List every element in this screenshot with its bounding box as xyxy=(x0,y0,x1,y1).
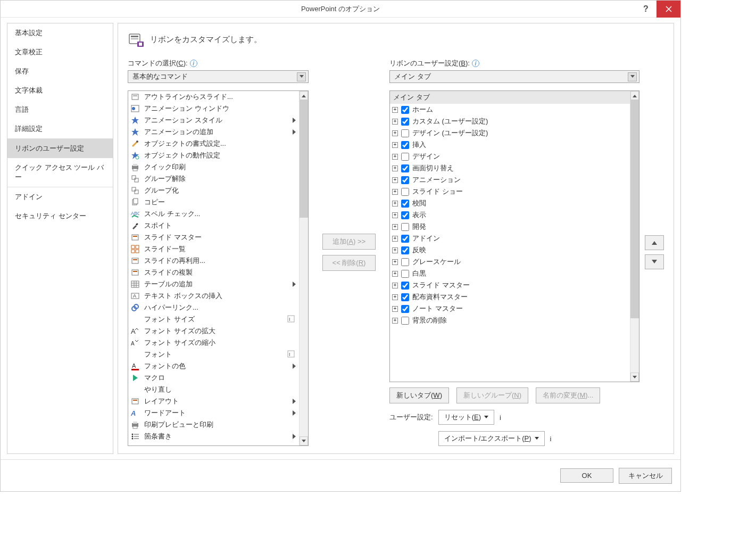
tab-tree-item[interactable]: +グレースケール xyxy=(390,256,630,268)
command-item[interactable]: スポイト xyxy=(128,220,299,232)
command-item[interactable]: テーブルの追加 xyxy=(128,278,299,290)
scroll-up-button[interactable] xyxy=(630,91,639,100)
expand-icon[interactable]: + xyxy=(392,107,398,113)
command-item[interactable]: レイアウト xyxy=(128,395,299,407)
tab-tree-item[interactable]: +背景の削除 xyxy=(390,315,630,326)
left-scrollbar[interactable] xyxy=(299,91,308,445)
command-item[interactable]: スライド一覧 xyxy=(128,243,299,255)
expand-icon[interactable]: + xyxy=(392,259,398,265)
command-item[interactable]: ABCスペル チェック... xyxy=(128,208,299,220)
tab-checkbox[interactable] xyxy=(401,106,409,114)
scroll-up-button[interactable] xyxy=(300,91,308,100)
close-button[interactable] xyxy=(657,1,680,18)
expand-icon[interactable]: + xyxy=(392,283,398,288)
tab-tree-item[interactable]: +配布資料マスター xyxy=(390,291,630,303)
tab-tree-item[interactable]: +カスタム (ユーザー設定) xyxy=(390,115,630,127)
sidebar-item-addins[interactable]: アドイン xyxy=(7,187,113,207)
command-item[interactable]: スライド マスター xyxy=(128,232,299,243)
tab-tree-item[interactable]: +アドイン xyxy=(390,233,630,244)
expand-icon[interactable]: + xyxy=(392,189,398,195)
tab-tree-item[interactable]: +開発 xyxy=(390,221,630,233)
tab-tree-item[interactable]: +挿入 xyxy=(390,139,630,151)
ok-button[interactable]: OK xyxy=(560,468,613,483)
add-button[interactable]: 追加(A) >> xyxy=(322,234,376,250)
sidebar-item-customize-ribbon[interactable]: リボンのユーザー設定 xyxy=(7,139,113,158)
tab-checkbox[interactable] xyxy=(401,164,409,172)
sidebar-item-trust-center[interactable]: セキュリティ センター xyxy=(7,207,113,226)
expand-icon[interactable]: + xyxy=(392,201,398,207)
expand-icon[interactable]: + xyxy=(392,247,398,253)
tab-tree-item[interactable]: +校閲 xyxy=(390,197,630,209)
tab-tree-item[interactable]: +アニメーション xyxy=(390,174,630,186)
tab-checkbox[interactable] xyxy=(401,211,409,219)
expand-icon[interactable]: + xyxy=(392,177,398,183)
new-tab-button[interactable]: 新しいタブ(W) xyxy=(389,387,449,403)
command-item[interactable]: オブジェクトの書式設定... xyxy=(128,138,299,150)
tab-tree-item[interactable]: +スライド マスター xyxy=(390,279,630,291)
tab-checkbox[interactable] xyxy=(401,200,409,208)
tab-checkbox[interactable] xyxy=(401,153,409,161)
tab-checkbox[interactable] xyxy=(401,317,409,325)
info-icon[interactable]: i xyxy=(500,414,501,422)
scroll-down-button[interactable] xyxy=(300,436,308,445)
tab-checkbox[interactable] xyxy=(401,270,409,278)
commands-listbox[interactable]: アウトラインからスライド...アニメーション ウィンドウアニメーション スタイル… xyxy=(128,90,309,446)
expand-icon[interactable]: + xyxy=(392,142,398,148)
sidebar-item-advanced[interactable]: 詳細設定 xyxy=(7,119,113,138)
rename-button[interactable]: 名前の変更(M)... xyxy=(536,387,600,403)
tab-tree-item[interactable]: +デザイン (ユーザー設定) xyxy=(390,127,630,139)
expand-icon[interactable]: + xyxy=(392,271,398,277)
command-item[interactable]: スライドの再利用... xyxy=(128,255,299,267)
move-up-button[interactable] xyxy=(645,235,664,250)
command-item[interactable]: Aフォント サイズの拡大 xyxy=(128,325,299,337)
customize-ribbon-combo[interactable]: メイン タブ xyxy=(389,70,639,83)
sidebar-item-proofing[interactable]: 文章校正 xyxy=(7,43,113,62)
command-item[interactable]: ハイパーリンク... xyxy=(128,302,299,313)
remove-button[interactable]: << 削除(R) xyxy=(322,255,376,271)
help-button[interactable]: ? xyxy=(635,1,657,18)
command-item[interactable]: クイック印刷 xyxy=(128,161,299,173)
tab-tree-item[interactable]: +反映 xyxy=(390,244,630,256)
tab-checkbox[interactable] xyxy=(401,235,409,243)
tab-checkbox[interactable] xyxy=(401,293,409,301)
sidebar-item-typography[interactable]: 文字体裁 xyxy=(7,81,113,100)
right-scrollbar[interactable] xyxy=(630,91,639,382)
tab-checkbox[interactable] xyxy=(401,176,409,184)
expand-icon[interactable]: + xyxy=(392,236,398,242)
expand-icon[interactable]: + xyxy=(392,318,398,324)
command-item[interactable]: コピー xyxy=(128,196,299,208)
reset-dropdown[interactable]: リセット(E) xyxy=(438,410,494,425)
ribbon-tree[interactable]: メイン タブ +ホーム+カスタム (ユーザー設定)+デザイン (ユーザー設定)+… xyxy=(389,90,639,382)
command-item[interactable]: やり直し xyxy=(128,384,299,395)
expand-icon[interactable]: + xyxy=(392,130,398,136)
command-item[interactable]: アニメーション ウィンドウ xyxy=(128,103,299,114)
tab-checkbox[interactable] xyxy=(401,129,409,137)
command-item[interactable]: グループ解除 xyxy=(128,173,299,185)
command-item[interactable]: グループ化 xyxy=(128,185,299,196)
tab-checkbox[interactable] xyxy=(401,141,409,149)
expand-icon[interactable]: + xyxy=(392,212,398,218)
tab-tree-item[interactable]: +デザイン xyxy=(390,151,630,162)
info-icon[interactable]: i xyxy=(190,60,197,67)
info-icon[interactable]: i xyxy=(550,435,552,443)
sidebar-item-save[interactable]: 保存 xyxy=(7,62,113,81)
command-item[interactable]: オブジェクトの動作設定 xyxy=(128,150,299,161)
sidebar-item-quick-access[interactable]: クイック アクセス ツール バー xyxy=(7,158,113,187)
command-item[interactable]: Aテキスト ボックスの挿入 xyxy=(128,290,299,302)
command-item[interactable]: Aフォントの色 xyxy=(128,360,299,372)
tab-checkbox[interactable] xyxy=(401,223,409,231)
tab-tree-item[interactable]: +スライド ショー xyxy=(390,186,630,197)
sidebar-item-general[interactable]: 基本設定 xyxy=(7,23,113,43)
tab-tree-item[interactable]: +ホーム xyxy=(390,104,630,115)
tab-tree-item[interactable]: +ノート マスター xyxy=(390,303,630,315)
command-item[interactable]: アニメーション スタイル xyxy=(128,114,299,126)
tab-checkbox[interactable] xyxy=(401,118,409,126)
tab-checkbox[interactable] xyxy=(401,188,409,196)
expand-icon[interactable]: + xyxy=(392,154,398,160)
choose-commands-combo[interactable]: 基本的なコマンド xyxy=(128,70,309,83)
tab-tree-item[interactable]: +表示 xyxy=(390,209,630,221)
expand-icon[interactable]: + xyxy=(392,294,398,300)
expand-icon[interactable]: + xyxy=(392,224,398,230)
cancel-button[interactable]: キャンセル xyxy=(619,468,672,484)
command-item[interactable]: フォント サイズI xyxy=(128,313,299,325)
